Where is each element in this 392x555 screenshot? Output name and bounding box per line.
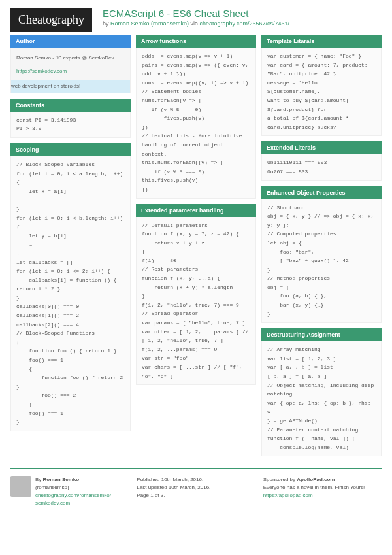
enhobj-code: // Shorthand obj = { x, y } // => obj = … [261, 199, 382, 324]
extlit-heading: Extended Literals [261, 141, 382, 154]
sponsor-link[interactable]: https://apollopad.com [263, 492, 313, 498]
extlit-code: 0b111110111 === 503 0o767 === 503 [261, 154, 382, 180]
template-heading: Template Litarals [261, 35, 382, 48]
template-code: var customer = { name: "Foo" } var card … [261, 48, 382, 136]
author-desc: Roman Semko - JS experts @ SemkoDev [16, 52, 125, 65]
constants-heading: Constants [10, 99, 131, 112]
published-date: Published 10th March, 2016. [137, 477, 203, 482]
footer-author: Roman Semko [43, 477, 80, 482]
page-title: ECMAScript 6 - ES6 Cheat Sheet [103, 8, 289, 19]
byline: by Roman Semko (romansemko) via cheatogr… [103, 20, 289, 27]
extparam-heading: Extended parameter handling [136, 204, 256, 217]
author-link[interactable]: Roman Semko (romansemko) [110, 20, 189, 27]
source-link[interactable]: cheatography.com/26567/cs/7461/ [200, 20, 289, 27]
destruct-heading: Destructuring Assignment [261, 328, 382, 341]
constants-code: const PI = 3.141593 PI > 3.0 [10, 112, 131, 138]
arrow-heading: Arrow functions [136, 35, 256, 48]
sponsor-name: ApolloPad.com [297, 477, 335, 482]
updated-date: Last updated 10th March, 2016. [137, 484, 210, 490]
sponsor-tagline: Everyone has a novel in them. Finish You… [263, 484, 365, 490]
enhobj-heading: Enhanced Object Properties [261, 186, 382, 199]
footer-cheat-link[interactable]: cheatography.com/romansemko/ [35, 492, 111, 498]
author-site-link[interactable]: https://semkodev.com [16, 68, 67, 74]
scoping-heading: Scoping [10, 143, 131, 156]
author-tagline: web development on steroids! [11, 80, 130, 93]
author-heading: Author [10, 35, 131, 48]
scoping-code: // Block-Scoped Variables for (let i = 0… [10, 156, 131, 431]
arrow-code: odds = evens.map(v => v + 1) pairs = eve… [136, 48, 256, 199]
avatar [10, 476, 31, 497]
footer-handle: (romansemko) [35, 484, 69, 490]
extparam-code: // Default parameters function f (x, y =… [136, 217, 256, 386]
destruct-code: // Array matching var list = [ 1, 2, 3 ]… [261, 341, 382, 456]
page-number: Page 1 of 3. [137, 492, 165, 498]
logo: Cheatography [10, 8, 92, 32]
footer-site-link[interactable]: semkodev.com [35, 500, 70, 506]
